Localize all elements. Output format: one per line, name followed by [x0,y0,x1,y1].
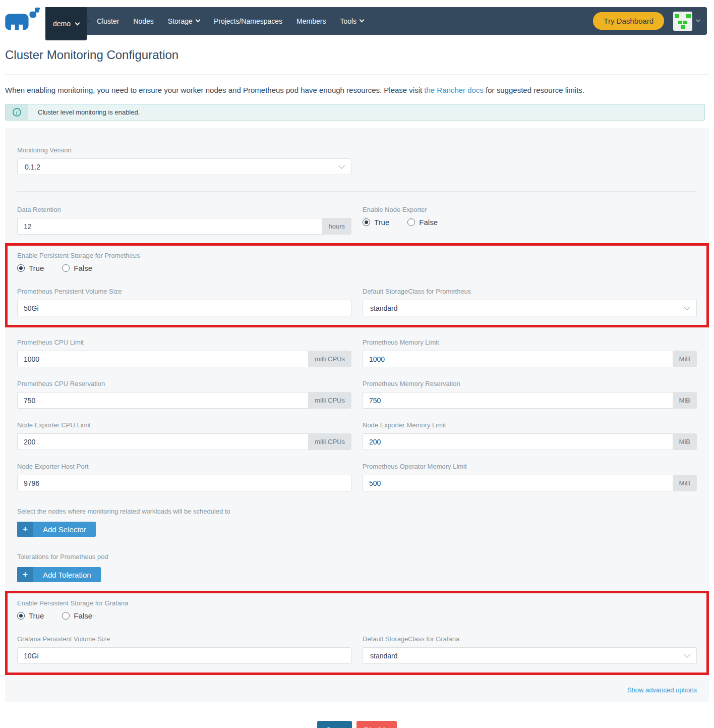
prometheus-memory-limit-unit: MiB [673,351,697,367]
grafana-storage-true-radio[interactable]: True [17,611,44,620]
node-exporter-memory-limit-label: Node Exporter Memory Limit [363,421,697,429]
nav-item-label: Projects/Namespaces [214,17,282,25]
identicon-pixel [686,14,691,18]
prometheus-operator-memory-limit-label: Prometheus Operator Memory Limit [363,463,697,470]
try-dashboard-button[interactable]: Try Dashboard [593,12,664,30]
radio-label: False [74,611,92,620]
node-exporter-host-port-label: Node Exporter Host Port [17,463,351,470]
node-exporter-true-radio[interactable]: True [363,218,389,227]
grafana-volume-size-label: Grafana Persistent Volume Size [17,635,351,643]
node-exporter-cpu-limit-input[interactable] [17,433,308,450]
add-selector-button-label: Add Selector [33,522,96,537]
rancher-docs-link[interactable]: the Rancher docs [424,86,484,94]
user-menu[interactable] [673,12,700,31]
cluster-selector-label: demo [53,20,71,28]
cluster-selector[interactable]: demo [45,7,87,40]
add-toleration-button[interactable]: + Add Toleration [17,567,101,582]
show-advanced-options-link[interactable]: Show advanced options [627,686,697,694]
nav-item-cluster[interactable]: Cluster [90,17,126,25]
enable-prometheus-storage-label: Enable Persistent Storage for Prometheus [17,252,697,259]
grafana-volume-size-input[interactable] [17,647,351,664]
rancher-logo[interactable] [0,7,45,35]
enable-node-exporter-label: Enable Node Exporter [363,206,697,213]
chevron-down-icon [684,304,690,310]
data-retention-input[interactable] [17,218,322,235]
chevron-down-icon [360,18,365,23]
monitoring-version-select[interactable]: 0.1.2 [17,158,351,175]
prometheus-storage-true-radio[interactable]: True [17,264,44,272]
nav-item-projects-namespaces[interactable]: Projects/Namespaces [207,17,289,25]
plus-icon: + [17,567,33,582]
info-banner-icon-area: i [6,104,28,120]
info-banner-text: Cluster level monitoring is enabled. [28,108,140,116]
prometheus-storageclass-select[interactable]: standard [363,300,697,316]
annotation-box-prometheus-storage: Enable Persistent Storage for Prometheus… [5,243,709,327]
chevron-down-icon [696,18,701,23]
annotation-box-grafana-storage: Enable Persistent Storage for Grafana Tr… [5,591,709,675]
node-exporter-cpu-limit-unit: milli CPUs [308,433,351,450]
identicon-pixel [683,21,687,24]
nav-item-label: Cluster [97,17,119,25]
nav-item-nodes[interactable]: Nodes [126,17,160,25]
info-banner: i Cluster level monitoring is enabled. [5,104,705,121]
tolerations-label: Tolerations for Prometheus pod [17,553,697,561]
add-toleration-button-label: Add Toleration [33,567,101,582]
radio-label: False [74,264,92,272]
prometheus-operator-memory-limit-input[interactable] [363,475,673,491]
radio-label: True [374,218,389,227]
prometheus-storage-false-radio[interactable]: False [62,264,92,272]
prometheus-cpu-reservation-unit: milli CPUs [308,392,351,409]
nav-item-storage[interactable]: Storage [161,17,207,25]
prometheus-memory-reservation-input[interactable] [363,392,673,409]
grafana-storageclass-select[interactable]: standard [363,647,697,664]
radio-unselected-icon [407,218,415,226]
save-button[interactable]: Save [317,721,351,728]
prometheus-storageclass-label: Default StorageClass for Prometheus [363,288,697,295]
node-exporter-memory-limit-unit: MiB [673,433,697,450]
chevron-down-icon [684,651,690,658]
user-avatar [673,12,692,31]
radio-label: False [419,218,438,227]
grafana-storage-false-radio[interactable]: False [62,611,92,620]
nav-item-members[interactable]: Members [289,17,333,25]
prometheus-memory-reservation-unit: MiB [673,392,697,409]
radio-unselected-icon [62,264,70,272]
prometheus-memory-limit-label: Prometheus Memory Limit [363,339,697,346]
rancher-cow-icon [5,8,40,35]
breadcrumb-arrow-icon [86,18,90,25]
identicon-pixel [675,14,679,18]
add-selector-button[interactable]: + Add Selector [17,522,96,537]
prometheus-cpu-limit-input[interactable] [17,351,308,367]
prometheus-cpu-reservation-label: Prometheus CPU Reservation [17,380,351,387]
nav-item-label: Members [296,17,326,25]
grafana-storageclass-label: Default StorageClass for Grafana [363,635,697,643]
nav-item-tools[interactable]: Tools [333,17,371,25]
node-exporter-memory-limit-input[interactable] [363,433,673,450]
radio-label: True [29,611,44,620]
prometheus-operator-memory-limit-unit: MiB [673,475,697,491]
plus-icon: + [17,522,33,537]
nav-item-label: Nodes [133,17,153,25]
prometheus-cpu-reservation-input[interactable] [17,392,308,409]
info-icon: i [13,108,21,117]
main-navbar: demo Cluster Nodes Storage Projects/Name… [45,7,707,35]
prometheus-volume-size-label: Prometheus Persistent Volume Size [17,288,351,295]
disable-button[interactable]: Disable [356,721,397,728]
monitoring-config-form: Monitoring Version 0.1.2 Data Retention … [5,128,709,702]
form-divider [17,191,697,192]
title-divider [5,74,709,75]
node-selector-label: Select the nodes where monitoring relate… [17,508,697,515]
node-exporter-false-radio[interactable]: False [407,218,438,227]
radio-selected-icon [363,218,370,226]
prometheus-memory-reservation-label: Prometheus Memory Reservation [363,380,697,387]
chevron-down-icon [195,18,200,23]
intro-text: When enabling monitoring, you need to en… [5,85,705,95]
monitoring-version-label: Monitoring Version [17,146,351,154]
nav-item-label: Storage [168,17,193,25]
intro-text-after: for suggested resource limits. [484,86,584,94]
intro-text-before: When enabling monitoring, you need to en… [5,86,424,94]
prometheus-volume-size-input[interactable] [17,300,351,316]
radio-label: True [29,264,44,272]
prometheus-memory-limit-input[interactable] [363,351,673,367]
node-exporter-host-port-input[interactable] [17,475,351,491]
